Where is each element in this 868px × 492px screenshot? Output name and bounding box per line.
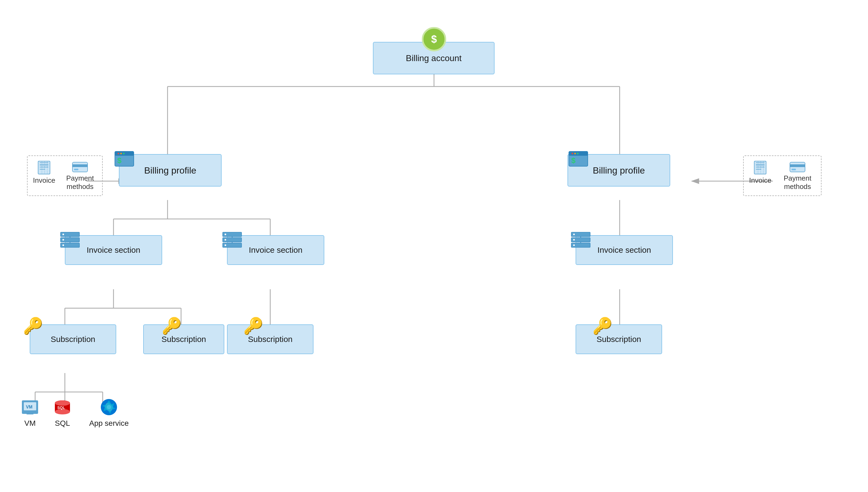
svg-point-95 (55, 409, 70, 414)
key-icon-4: 🔑 (592, 316, 613, 336)
svg-point-68 (62, 233, 64, 235)
svg-point-96 (55, 400, 70, 406)
svg-rect-63 (790, 164, 805, 167)
svg-text:VM: VM (26, 405, 32, 409)
billing-profile-left-icon: $ (113, 150, 135, 170)
payment-item-left: Payment methods (63, 161, 97, 191)
svg-point-29 (118, 153, 119, 154)
svg-point-76 (225, 233, 226, 235)
invoice-section-2-icon (222, 231, 243, 251)
key-icon-2: 🔑 (161, 316, 182, 336)
svg-rect-52 (72, 164, 87, 167)
payment-item-right: Payment methods (780, 161, 816, 191)
dashed-box-left: Invoice Payment methods (27, 155, 103, 196)
billing-diagram: $ Billing account $ Billing profile $ (0, 0, 868, 492)
svg-point-37 (571, 153, 573, 154)
billing-profile-right-icon: $ (567, 150, 589, 170)
invoice-section-1-icon (59, 231, 80, 251)
app-service-resource: App service (89, 397, 129, 428)
svg-rect-91 (26, 412, 33, 414)
dashed-box-right: Invoice Payment methods (743, 155, 821, 196)
svg-rect-54 (754, 161, 766, 174)
invoice-section-3-icon (570, 231, 591, 251)
vm-resource: VM VM (20, 397, 40, 428)
invoice-item-right: Invoice (749, 161, 771, 184)
svg-point-39 (577, 153, 579, 154)
billing-account-icon: $ (422, 27, 446, 51)
svg-point-86 (573, 244, 575, 246)
invoice-item-left: Invoice (33, 161, 55, 184)
svg-point-70 (62, 244, 64, 246)
key-icon-3: 🔑 (243, 316, 263, 336)
svg-rect-53 (74, 169, 78, 170)
svg-point-30 (120, 153, 122, 154)
svg-text:SQL: SQL (57, 405, 65, 410)
svg-text:$: $ (117, 156, 122, 165)
subscription-3-node: Subscription (227, 324, 313, 354)
svg-point-38 (574, 153, 576, 154)
svg-point-77 (225, 239, 226, 241)
sql-resource: SQL SQL (53, 397, 72, 428)
svg-point-84 (573, 233, 575, 235)
svg-text:$: $ (571, 156, 576, 165)
svg-rect-43 (38, 161, 50, 174)
svg-point-31 (123, 153, 125, 154)
svg-rect-64 (792, 169, 796, 170)
subscription-4-node: Subscription (576, 324, 662, 354)
subscription-2-node: Subscription (143, 324, 224, 354)
svg-point-85 (573, 239, 575, 241)
svg-point-69 (62, 239, 64, 241)
key-icon-1: 🔑 (23, 316, 43, 336)
svg-point-78 (225, 244, 226, 246)
